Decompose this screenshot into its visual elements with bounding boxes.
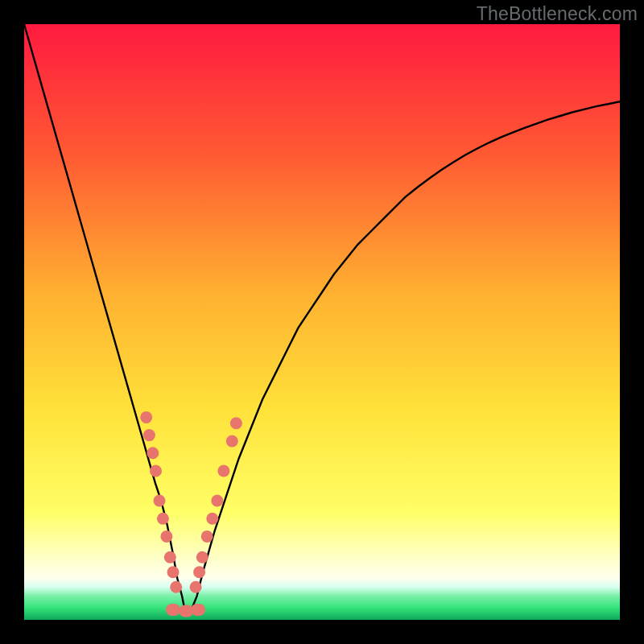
marker-dot bbox=[206, 513, 218, 525]
chart-svg bbox=[24, 24, 620, 620]
marker-dot bbox=[160, 530, 172, 543]
marker-dot bbox=[230, 417, 242, 429]
marker-dot bbox=[150, 465, 162, 477]
marker-dot bbox=[201, 530, 213, 543]
curve-layer bbox=[24, 24, 620, 611]
marker-pill bbox=[191, 604, 205, 616]
marker-dot bbox=[217, 465, 229, 477]
marker-dot bbox=[140, 411, 152, 423]
marker-layer bbox=[140, 411, 242, 617]
marker-dot bbox=[190, 581, 202, 593]
watermark-text: TheBottleneck.com bbox=[477, 3, 638, 25]
marker-dot bbox=[226, 436, 238, 448]
marker-dot bbox=[164, 551, 176, 564]
marker-dot bbox=[143, 429, 155, 441]
marker-dot bbox=[196, 551, 208, 564]
marker-dot bbox=[157, 513, 169, 525]
marker-pill bbox=[166, 604, 180, 616]
plot-area bbox=[24, 24, 620, 620]
chart-stage: TheBottleneck.com bbox=[0, 0, 644, 644]
marker-dot bbox=[167, 566, 180, 578]
marker-dot bbox=[170, 581, 182, 593]
bottleneck-curve bbox=[24, 24, 620, 611]
marker-dot bbox=[154, 495, 166, 507]
marker-dot bbox=[193, 566, 205, 578]
marker-dot bbox=[147, 447, 159, 459]
marker-dot bbox=[211, 495, 223, 507]
